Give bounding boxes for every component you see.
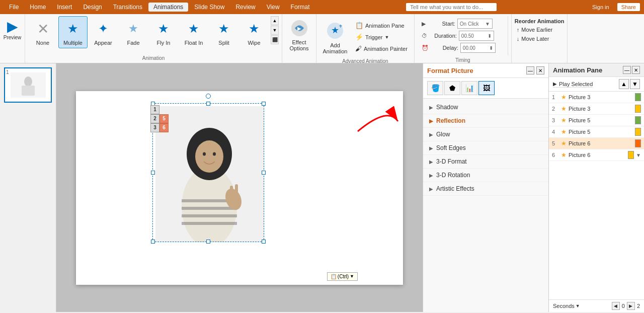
anim-num-6: 6: [552, 152, 559, 158]
format-panel-close[interactable]: ✕: [536, 66, 544, 74]
slide-thumb-1[interactable]: 1: [4, 67, 52, 103]
wipe-label: Wipe: [248, 40, 260, 46]
rotate-handle[interactable]: [206, 94, 211, 99]
anim-appear[interactable]: ✦ Appear: [89, 16, 118, 48]
format-panel-minimize[interactable]: —: [526, 66, 534, 74]
menu-file[interactable]: File: [4, 3, 24, 12]
anim-row-4[interactable]: 4 ★ Picture 5: [549, 126, 644, 138]
signin-button[interactable]: Sign in: [588, 3, 613, 11]
canvas-area: 1 2 3 5 6 📋 (Ctrl) ▼: [56, 63, 423, 312]
effects-icon: 📊: [465, 84, 474, 92]
delay-input[interactable]: 00.00 ⬍: [460, 43, 496, 53]
scroll-up-btn[interactable]: ▲: [271, 16, 279, 25]
scroll-down-btn[interactable]: ▼: [271, 26, 279, 35]
menu-view[interactable]: View: [262, 3, 285, 12]
preview-button[interactable]: ▶ Preview: [2, 16, 24, 42]
move-down-button[interactable]: ▼: [630, 79, 640, 89]
handle-topright[interactable]: [262, 102, 266, 106]
anim-fade[interactable]: ★ Fade: [119, 16, 148, 48]
svg-text:▶: ▶: [297, 26, 301, 31]
start-dropdown[interactable]: On Click ▼: [457, 19, 493, 29]
seconds-dropdown[interactable]: Seconds ▼: [553, 303, 580, 309]
advanced-anim-label: Advanced Animation: [342, 56, 388, 64]
glow-section[interactable]: ▶ Glow: [423, 128, 548, 141]
handle-bottomright[interactable]: [262, 240, 266, 244]
anim-row-2[interactable]: 2 ★ Picture 3: [549, 103, 644, 115]
anim-row-5[interactable]: 5 ★ Picture 6: [549, 138, 644, 149]
effect-options-button[interactable]: ▶ Effect Options: [284, 16, 314, 53]
svg-point-6: [24, 76, 32, 87]
animation-pane-button[interactable]: 📋 Animation Pane: [352, 20, 411, 31]
anim-multiple[interactable]: ★ Multiple: [58, 16, 88, 48]
delay-value: 00.00: [463, 45, 475, 51]
play-selected-label: Play Selected: [559, 81, 593, 87]
animation-painter-button[interactable]: 🖌 Animation Painter: [352, 43, 411, 54]
svg-rect-7: [22, 86, 35, 96]
appear-icon: ✦: [93, 19, 113, 39]
picture-tab[interactable]: 🖼: [478, 81, 495, 95]
anim-dropdown-6[interactable]: ▼: [636, 152, 641, 158]
floatin-icon: ★: [184, 19, 204, 39]
picture-icon: 🖼: [483, 84, 490, 92]
signin-area: Sign in Share: [588, 3, 640, 11]
move-later-button[interactable]: ↓ Move Later: [515, 35, 565, 42]
artistic-effects-section[interactable]: ▶ Artistic Effects: [423, 182, 548, 196]
format-panel-title: Format Picture: [427, 67, 473, 74]
format-picture-panel: Format Picture — ✕ 🪣 ⬟ 📊 🖼 ▶: [423, 63, 548, 312]
trigger-button[interactable]: ⚡ Trigger ▼: [352, 32, 411, 42]
menu-design[interactable]: Design: [78, 3, 107, 12]
menu-slideshow[interactable]: Slide Show: [189, 3, 229, 12]
ctrl-badge[interactable]: 📋 (Ctrl) ▼: [327, 272, 358, 281]
add-animation-button[interactable]: ★ + Add Animation: [319, 18, 351, 56]
anim-row-6[interactable]: 6 ★ Picture 6 ▼: [549, 149, 644, 161]
scroll-more-btn[interactable]: ⬛: [271, 35, 279, 44]
shape-tab[interactable]: ⬟: [444, 81, 460, 95]
menu-review[interactable]: Review: [230, 3, 260, 12]
shadow-label: Shadow: [436, 104, 458, 111]
move-earlier-button[interactable]: ↑ Move Earlier: [515, 26, 565, 33]
handle-midright[interactable]: [262, 171, 266, 175]
handle-topcenter[interactable]: [206, 102, 210, 106]
anim-none[interactable]: ✕ None: [28, 16, 57, 48]
menu-home[interactable]: Home: [25, 3, 51, 12]
fill-tab[interactable]: 🪣: [427, 81, 443, 95]
animation-group: ✕ None ★ Multiple ✦ Appear ★ Fade ★ Fly …: [25, 14, 282, 63]
shadow-section[interactable]: ▶ Shadow: [423, 101, 548, 114]
play-selected-button[interactable]: ▶ Play Selected: [553, 81, 593, 88]
anim-num-2: 2: [552, 106, 559, 112]
soft-edges-section[interactable]: ▶ Soft Edges: [423, 141, 548, 155]
start-label: Start:: [428, 21, 455, 27]
anim-floatin[interactable]: ★ Float In: [179, 16, 208, 48]
anim-wipe[interactable]: ★ Wipe: [239, 16, 269, 48]
menu-format[interactable]: Format: [286, 3, 315, 12]
duration-row: ⏱ Duration: 00.50 ⬍: [422, 30, 504, 41]
anim-star-5: ★: [561, 140, 567, 147]
page-prev-button[interactable]: ◀: [612, 302, 620, 310]
search-input[interactable]: [406, 3, 497, 11]
animation-pane-minimize[interactable]: —: [623, 66, 631, 74]
handle-midleft[interactable]: [151, 171, 155, 175]
menu-insert[interactable]: Insert: [52, 3, 77, 12]
handle-bottomleft[interactable]: [151, 240, 155, 244]
anim-flyin[interactable]: ★ Fly In: [149, 16, 178, 48]
3d-format-section[interactable]: ▶ 3-D Format: [423, 155, 548, 169]
animation-pane-close[interactable]: ✕: [632, 66, 640, 74]
fill-icon: 🪣: [431, 84, 440, 92]
menu-animations[interactable]: Animations: [148, 3, 188, 12]
anim-row-3[interactable]: 3 ★ Picture 5: [549, 115, 644, 126]
anim-row-1[interactable]: 1 ★ Picture 3: [549, 92, 644, 103]
anim-split[interactable]: ★ Split: [209, 16, 238, 48]
share-button[interactable]: Share: [617, 3, 640, 11]
reorder-group: Reorder Animation ↑ Move Earlier ↓ Move …: [512, 14, 568, 63]
menu-transitions[interactable]: Transitions: [108, 3, 147, 12]
slide-canvas[interactable]: 1 2 3 5 6 📋 (Ctrl) ▼: [76, 91, 403, 285]
reflection-section[interactable]: ▶ Reflection: [423, 114, 548, 128]
duration-input[interactable]: 00.50 ⬍: [459, 31, 494, 41]
wipe-icon: ★: [244, 19, 264, 39]
3d-rotation-section[interactable]: ▶ 3-D Rotation: [423, 169, 548, 182]
move-up-button[interactable]: ▲: [619, 79, 629, 89]
page-next-button[interactable]: ▶: [627, 302, 635, 310]
effects-tab[interactable]: 📊: [461, 81, 477, 95]
trigger-label: Trigger: [365, 34, 382, 40]
handle-bottomcenter[interactable]: [206, 240, 210, 244]
